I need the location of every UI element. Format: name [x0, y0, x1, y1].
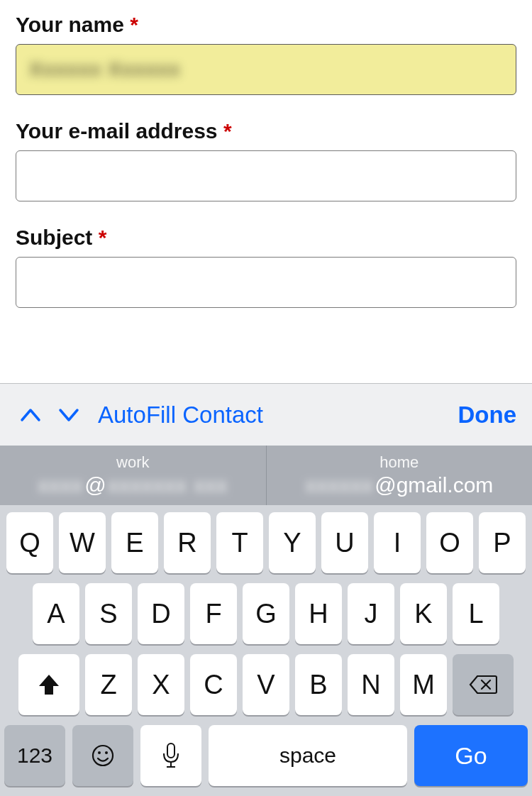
key-space[interactable]: space	[209, 725, 407, 786]
key-g[interactable]: G	[243, 583, 289, 644]
suggestion-work-value: xxxx @ xxxxxxx xxx	[38, 473, 228, 497]
keyboard-area: AutoFill Contact Done work xxxx @ xxxxxx…	[0, 383, 532, 796]
name-field: Your name * Xxxxxx Xxxxxx	[16, 13, 516, 95]
key-o[interactable]: O	[426, 512, 473, 573]
at-symbol: @	[84, 473, 106, 497]
key-d[interactable]: D	[138, 583, 184, 644]
suggestion-work-domain-redacted: xxxxxxx xxx	[108, 473, 228, 497]
key-n[interactable]: N	[348, 654, 394, 715]
required-asterisk: *	[223, 119, 232, 143]
name-input-value-redacted: Xxxxxx Xxxxxx	[29, 58, 181, 81]
key-i[interactable]: I	[374, 512, 421, 573]
soft-keyboard: Q W E R T Y U I O P A S D F G H J K L	[0, 505, 532, 796]
svg-point-4	[105, 751, 108, 754]
required-asterisk: *	[130, 13, 138, 36]
subject-label-text: Subject	[16, 226, 92, 249]
name-label-text: Your name	[16, 13, 124, 36]
key-j[interactable]: J	[348, 583, 394, 644]
chevron-down-icon	[58, 407, 79, 423]
key-emoji[interactable]	[72, 725, 133, 786]
key-a[interactable]: A	[33, 583, 79, 644]
email-field: Your e-mail address *	[16, 119, 516, 201]
microphone-icon	[162, 742, 180, 769]
key-m[interactable]: M	[400, 654, 447, 715]
suggestion-work-tag: work	[116, 453, 149, 472]
prev-field-button[interactable]	[16, 403, 45, 427]
key-row-2: A S D F G H J K L	[4, 583, 528, 644]
autofill-suggestions: work xxxx @ xxxxxxx xxx home xxxxxx @gma…	[0, 446, 532, 505]
suggestion-home-user-redacted: xxxxxx	[305, 473, 373, 497]
name-input[interactable]: Xxxxxx Xxxxxx	[16, 44, 516, 95]
email-label: Your e-mail address *	[16, 119, 516, 143]
shift-icon	[37, 673, 61, 696]
key-go[interactable]: Go	[414, 725, 528, 786]
required-asterisk: *	[99, 226, 107, 249]
key-l[interactable]: L	[453, 583, 499, 644]
email-input[interactable]	[16, 150, 516, 201]
key-w[interactable]: W	[59, 512, 106, 573]
key-u[interactable]: U	[321, 512, 368, 573]
key-v[interactable]: V	[243, 654, 289, 715]
key-c[interactable]: C	[190, 654, 237, 715]
suggestion-home[interactable]: home xxxxxx @gmail.com	[266, 446, 533, 505]
key-dictation[interactable]	[140, 725, 201, 786]
next-field-button[interactable]	[54, 403, 84, 427]
key-row-1: Q W E R T Y U I O P	[4, 512, 528, 573]
backspace-icon	[469, 674, 497, 695]
key-z[interactable]: Z	[85, 654, 132, 715]
key-x[interactable]: X	[138, 654, 184, 715]
contact-form: Your name * Xxxxxx Xxxxxx Your e-mail ad…	[0, 0, 532, 308]
key-row-4: 123 space Go	[4, 725, 528, 786]
email-label-text: Your e-mail address	[16, 119, 218, 143]
suggestion-home-value: xxxxxx @gmail.com	[305, 473, 493, 497]
subject-input[interactable]	[16, 257, 516, 308]
key-q[interactable]: Q	[6, 512, 53, 573]
key-backspace[interactable]	[453, 654, 514, 715]
key-row-3: Z X C V B N M	[4, 654, 528, 715]
name-label: Your name *	[16, 13, 516, 37]
key-shift[interactable]	[18, 654, 79, 715]
subject-label: Subject *	[16, 226, 516, 250]
key-r[interactable]: R	[164, 512, 211, 573]
key-k[interactable]: K	[400, 583, 447, 644]
key-p[interactable]: P	[479, 512, 526, 573]
key-y[interactable]: Y	[269, 512, 316, 573]
svg-rect-5	[167, 744, 174, 758]
key-e[interactable]: E	[111, 512, 158, 573]
svg-point-3	[98, 751, 101, 754]
suggestion-work[interactable]: work xxxx @ xxxxxxx xxx	[0, 446, 266, 505]
key-numbers[interactable]: 123	[4, 725, 65, 786]
key-h[interactable]: H	[295, 583, 342, 644]
suggestion-home-domain: @gmail.com	[375, 473, 493, 497]
autofill-contact-button[interactable]: AutoFill Contact	[98, 402, 263, 429]
suggestion-work-user-redacted: xxxx	[38, 473, 83, 497]
key-s[interactable]: S	[85, 583, 132, 644]
key-t[interactable]: T	[216, 512, 263, 573]
emoji-icon	[90, 743, 116, 768]
chevron-up-icon	[20, 407, 41, 423]
suggestion-home-tag: home	[379, 453, 419, 472]
key-f[interactable]: F	[190, 583, 237, 644]
done-button[interactable]: Done	[458, 402, 517, 429]
key-b[interactable]: B	[295, 654, 342, 715]
svg-point-2	[93, 746, 113, 765]
subject-field: Subject *	[16, 226, 516, 308]
input-accessory-bar: AutoFill Contact Done	[0, 383, 532, 446]
